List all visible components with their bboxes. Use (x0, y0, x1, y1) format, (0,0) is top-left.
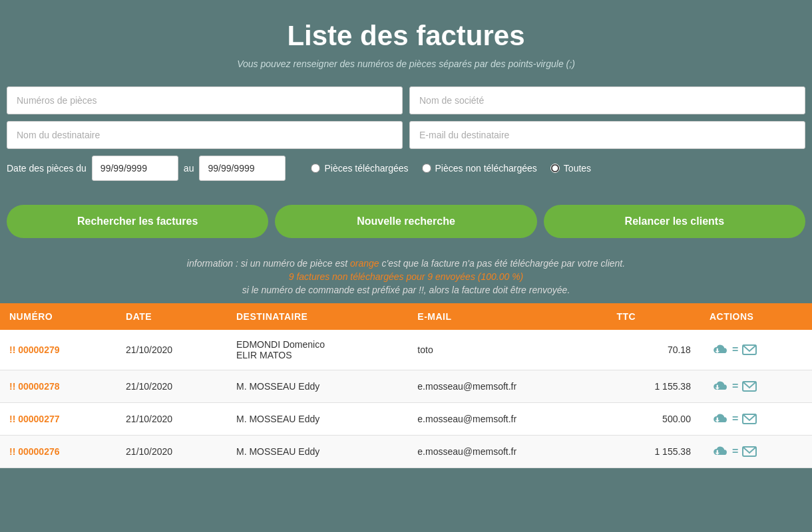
button-row: Rechercher les factures Nouvelle recherc… (7, 205, 805, 238)
actions-group: = (710, 445, 803, 458)
radio-not-downloaded-label: Pièces non téléchargées (435, 163, 537, 174)
table-row: !! 0000027821/10/2020M. MOSSEAU Eddye.mo… (0, 370, 812, 403)
equal-icon: = (732, 413, 738, 425)
actions-group: = (710, 343, 803, 356)
cell-actions: = (700, 403, 812, 436)
radio-downloaded[interactable]: Pièces téléchargées (311, 163, 408, 174)
col-date: DATE (116, 303, 227, 330)
email-icon[interactable] (742, 381, 757, 392)
row-numero-value: !! 00000277 (9, 414, 60, 424)
cell-destinataire: EDMONDI DomenicoELIR MATOS (227, 330, 408, 370)
cell-destinataire: M. MOSSEAU Eddy (227, 403, 408, 436)
new-search-button[interactable]: Nouvelle recherche (275, 205, 536, 238)
date-from-label: Date des pièces du (7, 163, 87, 174)
radio-all[interactable]: Toutes (550, 163, 591, 174)
table-row: !! 0000027621/10/2020M. MOSSEAU Eddye.mo… (0, 436, 812, 468)
info-line2: 9 factures non téléchargées pour 9 envoy… (289, 271, 524, 282)
info-line-2: 9 factures non téléchargées pour 9 envoy… (13, 271, 799, 282)
societe-input[interactable] (409, 86, 805, 114)
actions-group: = (710, 412, 803, 426)
form-row-1 (7, 86, 805, 114)
table-row: !! 0000027721/10/2020M. MOSSEAU Eddye.mo… (0, 403, 812, 436)
email-icon[interactable] (742, 414, 757, 424)
col-numero: NUMÉRO (0, 303, 116, 330)
cell-ttc: 500.00 (607, 403, 700, 436)
cell-ttc: 70.18 (607, 330, 700, 370)
cell-date: 21/10/2020 (116, 330, 227, 370)
invoices-table: NUMÉRO DATE DESTINATAIRE E-MAIL TTC ACTI… (0, 303, 812, 468)
page-header: Liste des factures Vous pouvez renseigne… (0, 0, 812, 86)
date-row: Date des pièces du au Pièces téléchargée… (7, 156, 805, 181)
cell-destinataire: M. MOSSEAU Eddy (227, 370, 408, 403)
equal-icon: = (732, 344, 738, 356)
cell-numero: !! 00000279 (0, 330, 116, 370)
info-line1-start: information : si un numéro de pièce est (187, 258, 350, 269)
cell-actions: = (700, 436, 812, 468)
info-section: information : si un numéro de pièce est … (0, 245, 812, 303)
cell-email: e.mosseau@memsoft.fr (408, 403, 607, 436)
cell-date: 21/10/2020 (116, 436, 227, 468)
table-header-row: NUMÉRO DATE DESTINATAIRE E-MAIL TTC ACTI… (0, 303, 812, 330)
download-cloud-icon[interactable] (710, 343, 728, 356)
radio-all-label: Toutes (564, 163, 591, 174)
cell-ttc: 1 155.38 (607, 370, 700, 403)
row-numero-value: !! 00000279 (9, 344, 60, 355)
email-icon[interactable] (742, 446, 757, 457)
cell-email: e.mosseau@memsoft.fr (408, 370, 607, 403)
search-button[interactable]: Rechercher les factures (7, 205, 268, 238)
col-ttc: TTC (607, 303, 700, 330)
col-email: E-MAIL (408, 303, 607, 330)
date-from-input[interactable] (92, 156, 178, 181)
actions-group: = (710, 380, 803, 393)
page-subtitle: Vous pouvez renseigner des numéros de pi… (13, 59, 799, 69)
download-cloud-icon[interactable] (710, 445, 728, 458)
info-line1-end: c'est que la facture n'a pas été télécha… (381, 258, 625, 269)
cell-ttc: 1 155.38 (607, 436, 700, 468)
row-numero-value: !! 00000278 (9, 381, 60, 392)
email-icon[interactable] (742, 344, 757, 355)
col-destinataire: DESTINATAIRE (227, 303, 408, 330)
row-numero-value: !! 00000276 (9, 446, 60, 457)
table-body: !! 0000027921/10/2020EDMONDI DomenicoELI… (0, 330, 812, 468)
form-row-2 (7, 121, 805, 149)
search-form: Date des pièces du au Pièces téléchargée… (0, 86, 812, 194)
cell-email: e.mosseau@memsoft.fr (408, 436, 607, 468)
radio-downloaded-label: Pièces téléchargées (324, 163, 408, 174)
equal-icon: = (732, 446, 738, 458)
download-cloud-icon[interactable] (710, 412, 728, 426)
email-input[interactable] (409, 121, 805, 149)
radio-not-downloaded[interactable]: Pièces non téléchargées (422, 163, 537, 174)
cell-date: 21/10/2020 (116, 370, 227, 403)
table-header: NUMÉRO DATE DESTINATAIRE E-MAIL TTC ACTI… (0, 303, 812, 330)
info-line3-text: si le numéro de commande est préfixé par… (242, 285, 570, 295)
radio-group: Pièces téléchargées Pièces non télécharg… (311, 163, 591, 174)
page-title: Liste des factures (13, 20, 799, 52)
cell-actions: = (700, 330, 812, 370)
info-line-3: si le numéro de commande est préfixé par… (13, 285, 799, 295)
download-cloud-icon[interactable] (710, 380, 728, 393)
cell-date: 21/10/2020 (116, 403, 227, 436)
numeros-input[interactable] (7, 86, 403, 114)
destinataire-input[interactable] (7, 121, 403, 149)
cell-numero: !! 00000278 (0, 370, 116, 403)
date-to-label: au (184, 163, 194, 174)
col-actions: ACTIONS (700, 303, 812, 330)
cell-destinataire: M. MOSSEAU Eddy (227, 436, 408, 468)
table-row: !! 0000027921/10/2020EDMONDI DomenicoELI… (0, 330, 812, 370)
info-orange: orange (350, 258, 379, 269)
date-to-input[interactable] (199, 156, 286, 181)
equal-icon: = (732, 380, 738, 392)
cell-numero: !! 00000277 (0, 403, 116, 436)
invoices-table-container: NUMÉRO DATE DESTINATAIRE E-MAIL TTC ACTI… (0, 303, 812, 468)
cell-numero: !! 00000276 (0, 436, 116, 468)
cell-actions: = (700, 370, 812, 403)
info-line-1: information : si un numéro de pièce est … (13, 258, 799, 269)
relancer-button[interactable]: Relancer les clients (544, 205, 805, 238)
cell-email: toto (408, 330, 607, 370)
